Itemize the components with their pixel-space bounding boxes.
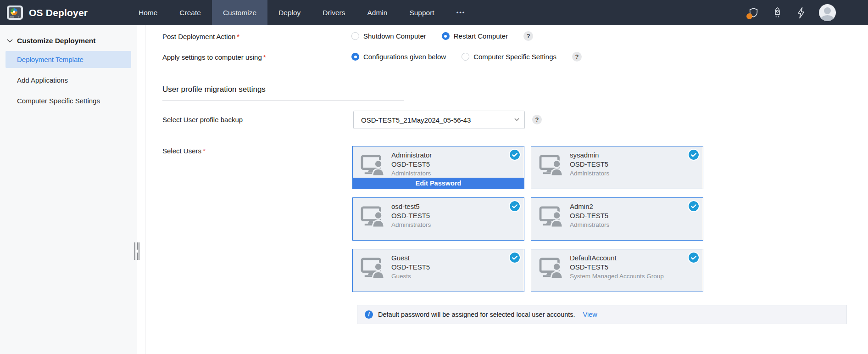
user-name: Admin2 — [570, 202, 609, 211]
user-card-administrator[interactable]: Administrator OSD-TEST5 Administrators E… — [352, 146, 524, 189]
user-card-guest[interactable]: Guest OSD-TEST5 Guests — [352, 249, 524, 292]
help-icon[interactable]: ? — [572, 52, 582, 62]
sidebar-item-add-applications[interactable]: Add Applications — [0, 72, 137, 89]
dropdown-selected-value: OSD-TEST5_21May2024_05-56-43 — [361, 116, 471, 124]
user-domain: OSD-TEST5 — [570, 263, 664, 272]
sidebar-resize-handle[interactable] — [134, 242, 140, 260]
radio-checked-icon — [351, 53, 359, 61]
user-name: Guest — [391, 253, 430, 263]
radio-unchecked-icon — [351, 32, 359, 40]
info-icon: i — [365, 310, 373, 319]
post-deployment-action-radio-group: Shutdown Computer Restart Computer ? — [351, 31, 533, 41]
user-group: Administrators — [570, 169, 609, 178]
checked-icon[interactable] — [689, 253, 699, 263]
notice-text: Default password will be assigned for se… — [378, 311, 575, 318]
checked-icon[interactable] — [510, 201, 520, 211]
edit-password-button[interactable]: Edit Password — [353, 178, 524, 189]
default-password-notice: i Default password will be assigned for … — [357, 305, 847, 324]
computer-user-icon — [539, 257, 565, 279]
radio-computer-specific-settings[interactable]: Computer Specific Settings — [462, 53, 556, 61]
user-group: System Managed Accounts Group — [570, 272, 664, 281]
nav-item-home[interactable]: Home — [128, 0, 168, 25]
required-marker: * — [203, 147, 206, 155]
help-icon[interactable]: ? — [532, 115, 542, 124]
view-link[interactable]: View — [583, 311, 597, 318]
user-group: Administrators — [391, 220, 431, 229]
user-domain: OSD-TEST5 — [570, 160, 609, 169]
rocket-icon[interactable] — [771, 7, 783, 19]
help-icon[interactable]: ? — [523, 31, 533, 41]
nav-item-deploy[interactable]: Deploy — [267, 0, 312, 25]
main-menu: Home Create Customize Deploy Drivers Adm… — [128, 0, 476, 25]
brand-title: OS Deployer — [29, 7, 88, 18]
radio-checked-icon — [442, 32, 450, 40]
apps-grid-icon[interactable] — [848, 7, 860, 19]
user-card-admin2[interactable]: Admin2 OSD-TEST5 Administrators — [531, 197, 703, 241]
required-marker: * — [263, 53, 266, 61]
chevron-down-icon — [514, 118, 519, 121]
user-group: Administrators — [391, 169, 432, 178]
os-deployer-page: OS Deployer Home Create Customize Deploy… — [0, 0, 868, 354]
computer-user-icon — [360, 205, 387, 227]
sidebar-section-customize-deployment[interactable]: Customize Deployment — [0, 25, 137, 45]
chevron-down-icon — [7, 39, 13, 43]
nav-item-more-icon[interactable]: ••• — [445, 0, 477, 25]
radio-shutdown-computer[interactable]: Shutdown Computer — [351, 32, 426, 40]
flash-icon[interactable] — [795, 7, 807, 19]
select-users-label: Select Users* — [162, 147, 206, 155]
user-avatar[interactable] — [819, 4, 836, 21]
user-domain: OSD-TEST5 — [391, 211, 431, 220]
brand[interactable]: OS Deployer — [0, 0, 115, 25]
user-name: sysadmin — [570, 151, 609, 160]
user-domain: OSD-TEST5 — [570, 211, 609, 220]
user-name: Administrator — [391, 151, 432, 160]
app-logo-icon — [7, 6, 23, 20]
computer-user-icon — [360, 154, 387, 176]
computer-user-icon — [360, 257, 387, 279]
navbar-right-icons — [747, 0, 868, 25]
nav-item-admin[interactable]: Admin — [356, 0, 398, 25]
user-domain: OSD-TEST5 — [391, 263, 430, 272]
radio-unchecked-icon — [462, 53, 469, 61]
user-profile-migration-heading: User profile migration settings — [162, 85, 404, 101]
alert-badge — [746, 13, 752, 19]
computer-user-icon — [539, 154, 565, 176]
sidebar-section-label: Customize Deployment — [17, 37, 95, 45]
post-deployment-action-label: Post Deployment Action* — [162, 33, 239, 40]
nav-item-drivers[interactable]: Drivers — [312, 0, 356, 25]
shield-security-icon[interactable] — [747, 7, 759, 19]
checked-icon[interactable] — [689, 201, 699, 211]
user-card-osd-test5[interactable]: osd-test5 OSD-TEST5 Administrators — [352, 197, 524, 241]
checked-icon[interactable] — [510, 253, 520, 263]
checked-icon[interactable] — [510, 150, 520, 160]
radio-configurations-given-below[interactable]: Configurations given below — [351, 53, 446, 61]
user-name: DefaultAccount — [570, 253, 664, 263]
apply-settings-label: Apply settings to computer using* — [162, 53, 266, 61]
nav-item-support[interactable]: Support — [398, 0, 445, 25]
user-card-sysadmin[interactable]: sysadmin OSD-TEST5 Administrators — [531, 146, 703, 189]
user-name: osd-test5 — [391, 202, 431, 211]
required-marker: * — [237, 33, 239, 40]
user-profile-backup-dropdown[interactable]: OSD-TEST5_21May2024_05-56-43 — [353, 111, 525, 129]
sidebar: Customize Deployment Deployment Template… — [0, 25, 137, 354]
radio-restart-computer[interactable]: Restart Computer — [442, 32, 508, 40]
apply-settings-radio-group: Configurations given below Computer Spec… — [351, 52, 582, 62]
user-cards-grid: Administrator OSD-TEST5 Administrators E… — [352, 146, 704, 292]
user-card-defaultaccount[interactable]: DefaultAccount OSD-TEST5 System Managed … — [531, 249, 703, 292]
user-domain: OSD-TEST5 — [391, 160, 432, 169]
sidebar-item-deployment-template[interactable]: Deployment Template — [6, 51, 131, 68]
user-group: Guests — [391, 272, 430, 281]
content-divider — [145, 25, 145, 354]
top-navbar: OS Deployer Home Create Customize Deploy… — [0, 0, 868, 25]
computer-user-icon — [539, 205, 565, 227]
sidebar-item-computer-specific-settings[interactable]: Computer Specific Settings — [0, 92, 137, 109]
user-group: Administrators — [570, 220, 609, 229]
checked-icon[interactable] — [689, 150, 699, 160]
nav-item-customize[interactable]: Customize — [212, 0, 267, 25]
select-user-profile-backup-label: Select User profile backup — [162, 116, 243, 124]
nav-item-create[interactable]: Create — [168, 0, 212, 25]
